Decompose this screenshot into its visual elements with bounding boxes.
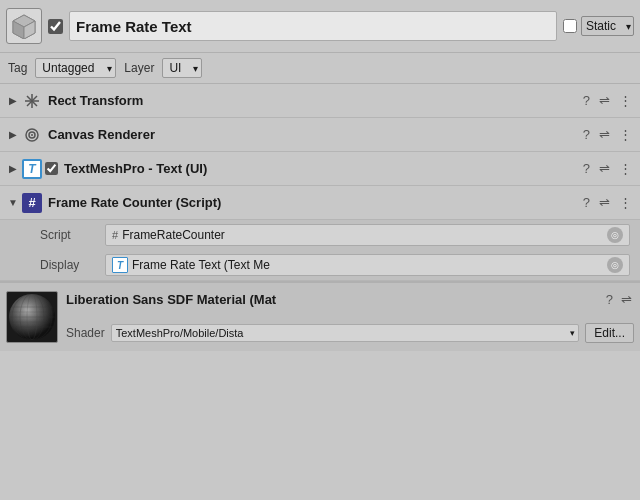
inspector-header: Static: [0, 0, 640, 53]
tag-select-wrapper[interactable]: Untagged: [35, 58, 116, 78]
canvas-renderer-settings-btn[interactable]: ⇌: [597, 126, 612, 143]
script-field-row: Script # FrameRateCounter ◎: [0, 220, 640, 250]
frame-rate-counter-menu-btn[interactable]: ⋮: [617, 194, 634, 211]
textmeshpro-menu-btn[interactable]: ⋮: [617, 160, 634, 177]
script-field-text: FrameRateCounter: [122, 228, 603, 242]
rect-transform-actions: ? ⇌ ⋮: [581, 92, 634, 109]
textmeshpro-checkbox[interactable]: [45, 162, 58, 175]
layer-select-wrapper[interactable]: UI: [162, 58, 202, 78]
tag-layer-row: Tag Untagged Layer UI: [0, 53, 640, 84]
frame-rate-counter-settings-btn[interactable]: ⇌: [597, 194, 612, 211]
material-bottom-row: Shader TextMeshPro/Mobile/Dista Edit...: [66, 323, 634, 343]
component-rect-transform: ▶ Rect Transform ? ⇌ ⋮: [0, 84, 640, 118]
frame-rate-counter-fields: Script # FrameRateCounter ◎ Display T Fr…: [0, 220, 640, 281]
material-edit-btn[interactable]: Edit...: [585, 323, 634, 343]
canvas-renderer-help-btn[interactable]: ?: [581, 126, 592, 143]
object-name-input[interactable]: [69, 11, 557, 41]
expand-arrow-frame-rate-counter[interactable]: ▼: [6, 197, 20, 208]
material-info: Liberation Sans SDF Material (Mat ? ⇌ Sh…: [66, 291, 634, 343]
component-frame-rate-counter: ▼ # Frame Rate Counter (Script) ? ⇌ ⋮: [0, 186, 640, 220]
script-field-value[interactable]: # FrameRateCounter ◎: [105, 224, 630, 246]
shader-select[interactable]: TextMeshPro/Mobile/Dista: [111, 324, 580, 342]
material-name: Liberation Sans SDF Material (Mat: [66, 292, 600, 307]
component-textmeshpro: ▶ T TextMeshPro - Text (UI) ? ⇌ ⋮: [0, 152, 640, 186]
frame-rate-counter-icon: #: [22, 193, 42, 213]
expand-arrow-canvas-renderer[interactable]: ▶: [6, 129, 20, 140]
object-active-checkbox[interactable]: [48, 19, 63, 34]
material-top-row: Liberation Sans SDF Material (Mat ? ⇌: [66, 291, 634, 308]
script-field-label: Script: [40, 228, 105, 242]
script-field-icon: #: [112, 229, 118, 241]
rect-transform-settings-btn[interactable]: ⇌: [597, 92, 612, 109]
tag-select[interactable]: Untagged: [35, 58, 116, 78]
frame-rate-counter-actions: ? ⇌ ⋮: [581, 194, 634, 211]
static-checkbox[interactable]: [563, 19, 577, 33]
canvas-renderer-name: Canvas Renderer: [48, 127, 581, 142]
canvas-renderer-actions: ? ⇌ ⋮: [581, 126, 634, 143]
frame-rate-counter-name: Frame Rate Counter (Script): [48, 195, 581, 210]
display-field-row: Display T Frame Rate Text (Text Me ◎: [0, 250, 640, 280]
layer-label: Layer: [124, 61, 154, 75]
svg-point-10: [31, 134, 33, 136]
rect-transform-icon: [22, 91, 42, 111]
expand-arrow-textmeshpro[interactable]: ▶: [6, 163, 20, 174]
display-field-label: Display: [40, 258, 105, 272]
rect-transform-name: Rect Transform: [48, 93, 581, 108]
textmeshpro-icon: T: [22, 159, 42, 179]
static-container: Static: [563, 16, 634, 36]
expand-arrow-rect-transform[interactable]: ▶: [6, 95, 20, 106]
display-field-icon: T: [112, 257, 128, 273]
object-icon: [6, 8, 42, 44]
material-help-btn[interactable]: ?: [604, 291, 615, 308]
rect-transform-help-btn[interactable]: ?: [581, 92, 592, 109]
textmeshpro-help-btn[interactable]: ?: [581, 160, 592, 177]
display-field-text: Frame Rate Text (Text Me: [132, 258, 603, 272]
frame-rate-counter-help-btn[interactable]: ?: [581, 194, 592, 211]
rect-transform-menu-btn[interactable]: ⋮: [617, 92, 634, 109]
material-thumbnail: [6, 291, 58, 343]
display-field-value[interactable]: T Frame Rate Text (Text Me ◎: [105, 254, 630, 276]
tag-label: Tag: [8, 61, 27, 75]
component-canvas-renderer: ▶ Canvas Renderer ? ⇌ ⋮: [0, 118, 640, 152]
layer-select[interactable]: UI: [162, 58, 202, 78]
canvas-renderer-menu-btn[interactable]: ⋮: [617, 126, 634, 143]
material-settings-btn[interactable]: ⇌: [619, 291, 634, 308]
shader-select-wrapper[interactable]: TextMeshPro/Mobile/Dista: [111, 324, 580, 342]
static-dropdown[interactable]: Static: [581, 16, 634, 36]
textmeshpro-name: TextMeshPro - Text (UI): [64, 161, 581, 176]
display-field-target-btn[interactable]: ◎: [607, 257, 623, 273]
static-dropdown-wrapper[interactable]: Static: [581, 16, 634, 36]
textmeshpro-actions: ? ⇌ ⋮: [581, 160, 634, 177]
shader-label: Shader: [66, 326, 105, 340]
textmeshpro-settings-btn[interactable]: ⇌: [597, 160, 612, 177]
script-field-target-btn[interactable]: ◎: [607, 227, 623, 243]
material-section: Liberation Sans SDF Material (Mat ? ⇌ Sh…: [0, 281, 640, 351]
canvas-renderer-icon: [22, 125, 42, 145]
